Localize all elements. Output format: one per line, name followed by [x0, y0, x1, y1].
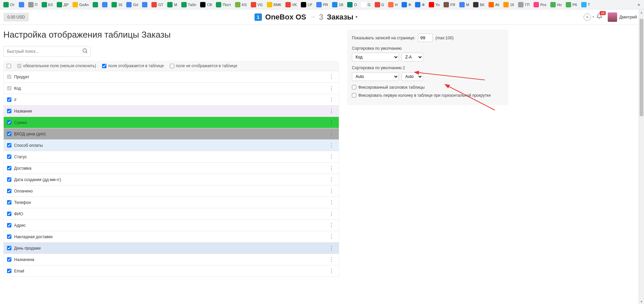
- bookmark-item[interactable]: БЗ: [40, 1, 54, 8]
- user-menu[interactable]: Дмитрий ▾: [608, 12, 641, 22]
- field-row[interactable]: ФИО⋮: [4, 208, 339, 220]
- bookmark-item[interactable]: БК: [472, 1, 486, 8]
- field-menu-button[interactable]: ⋮: [327, 108, 335, 114]
- scroll-up-icon[interactable]: ▴: [639, 9, 644, 15]
- bookmark-item[interactable]: ДР: [55, 1, 70, 8]
- field-visibility-checkbox[interactable]: [7, 200, 11, 205]
- bookmark-item[interactable]: М: [458, 1, 470, 8]
- field-row[interactable]: Адрес⋮: [4, 220, 339, 231]
- field-row[interactable]: Доставка⋮: [4, 163, 339, 174]
- field-visibility-checkbox[interactable]: [7, 166, 11, 170]
- fixed-first-col-checkbox[interactable]: [352, 93, 356, 97]
- field-menu-button[interactable]: ⋮: [327, 233, 335, 240]
- bookmark-item[interactable]: Yo: [427, 1, 441, 8]
- bookmark-item[interactable]: Ф: [400, 1, 412, 8]
- bookmark-item[interactable]: [141, 1, 149, 8]
- add-button[interactable]: ＋▾: [584, 13, 591, 21]
- bookmark-item[interactable]: О: [346, 1, 358, 8]
- bookmarks-overflow[interactable]: »: [636, 2, 642, 7]
- notifications-button[interactable]: 43: [596, 13, 602, 21]
- field-row[interactable]: Назначена⋮: [4, 254, 339, 265]
- field-menu-button[interactable]: ⋮: [327, 188, 335, 194]
- field-visibility-checkbox[interactable]: [7, 223, 11, 227]
- field-menu-button[interactable]: ⋮: [327, 142, 335, 148]
- sort2-direction-select[interactable]: Auto: [402, 72, 423, 81]
- field-visibility-checkbox[interactable]: [7, 246, 11, 250]
- field-visibility-checkbox[interactable]: [7, 269, 11, 273]
- sort1-direction-select[interactable]: Z-A: [402, 53, 423, 61]
- bookmark-item[interactable]: П: [27, 1, 39, 8]
- field-menu-button[interactable]: ⋮: [327, 131, 335, 137]
- field-visibility-checkbox[interactable]: [7, 155, 11, 159]
- field-row[interactable]: Код⋮: [4, 83, 339, 94]
- field-visibility-checkbox[interactable]: [7, 132, 11, 136]
- bookmark-item[interactable]: Роз: [532, 1, 548, 8]
- field-visibility-checkbox[interactable]: [7, 120, 11, 125]
- bookmark-item[interactable]: PR: [315, 1, 329, 8]
- bookmark-item[interactable]: 1В: [331, 1, 344, 8]
- bookmark-item[interactable]: [91, 1, 99, 8]
- bookmark-item[interactable]: Но: [549, 1, 563, 8]
- bookmark-item[interactable]: СВ: [199, 1, 213, 8]
- sort1-field-select[interactable]: Код: [352, 53, 399, 61]
- bookmark-item[interactable]: М: [166, 1, 178, 8]
- search-input[interactable]: [3, 46, 91, 57]
- bookmark-item[interactable]: Ali: [487, 1, 501, 8]
- bookmark-item[interactable]: Т: [580, 1, 592, 8]
- bookmark-item[interactable]: Gd: [125, 1, 139, 8]
- bookmark-item[interactable]: РК: [564, 1, 579, 8]
- bookmark-item[interactable]: G: [360, 1, 372, 8]
- field-row[interactable]: Накладная доставки⋮: [4, 231, 339, 243]
- bookmark-item[interactable]: G: [373, 1, 386, 8]
- section-dropdown[interactable]: Заказы ▼: [327, 13, 358, 21]
- scroll-thumb[interactable]: [640, 19, 643, 116]
- field-menu-button[interactable]: ⋮: [327, 154, 335, 160]
- bookmark-item[interactable]: Табл: [180, 1, 198, 8]
- onebox-logo-icon[interactable]: 1: [255, 13, 262, 21]
- bookmark-item[interactable]: GoAn: [71, 1, 90, 8]
- field-row[interactable]: Email⋮: [4, 265, 339, 276]
- field-menu-button[interactable]: ⋮: [327, 96, 335, 103]
- field-menu-button[interactable]: ⋮: [327, 119, 335, 126]
- field-row[interactable]: Продукт⋮: [4, 71, 339, 83]
- bookmark-item[interactable]: ГП: [517, 1, 531, 8]
- field-row[interactable]: ВХОД цена (дпп)⋮: [4, 128, 339, 140]
- select-all-checkbox[interactable]: [7, 64, 11, 68]
- field-menu-button[interactable]: ⋮: [327, 74, 335, 80]
- page-scrollbar[interactable]: ▴ ▾: [639, 9, 644, 280]
- bookmark-item[interactable]: KS: [234, 1, 248, 8]
- field-visibility-checkbox[interactable]: [7, 177, 11, 182]
- bookmark-item[interactable]: Н: [387, 1, 399, 8]
- bookmark-item[interactable]: VK: [284, 1, 298, 8]
- bookmark-item[interactable]: [17, 1, 26, 8]
- field-row[interactable]: Название⋮: [4, 105, 339, 117]
- bookmark-item[interactable]: VG: [249, 1, 264, 8]
- field-menu-button[interactable]: ⋮: [327, 222, 335, 228]
- bookmark-item[interactable]: 16: [110, 1, 124, 8]
- bookmark-item[interactable]: От: [2, 1, 16, 8]
- field-row[interactable]: Дата создания (дд-мм-гг)⋮: [4, 174, 339, 185]
- balance-pill[interactable]: 0.00 USD: [3, 13, 29, 21]
- field-row[interactable]: День продажи⋮: [4, 243, 339, 254]
- brand-title[interactable]: OneBox OS: [265, 13, 306, 21]
- field-row[interactable]: Сумма⋮: [4, 117, 339, 128]
- bookmark-item[interactable]: ВМК: [266, 1, 283, 8]
- field-row[interactable]: Способ оплаты⋮: [4, 140, 339, 151]
- bookmark-item[interactable]: Пост: [215, 1, 232, 8]
- search-icon[interactable]: [82, 48, 88, 55]
- field-visibility-checkbox[interactable]: [7, 234, 11, 239]
- field-menu-button[interactable]: ⋮: [327, 256, 335, 263]
- sort2-field-select[interactable]: Auto: [352, 72, 399, 81]
- field-row[interactable]: Телефон⋮: [4, 197, 339, 208]
- field-row[interactable]: Статус⋮: [4, 151, 339, 163]
- field-menu-button[interactable]: ⋮: [327, 268, 335, 274]
- bookmark-item[interactable]: LP: [300, 1, 313, 8]
- records-per-page-input[interactable]: [418, 34, 433, 42]
- field-visibility-checkbox[interactable]: [7, 143, 11, 147]
- bookmark-item[interactable]: GT: [150, 1, 165, 8]
- field-menu-button[interactable]: ⋮: [327, 211, 335, 217]
- field-menu-button[interactable]: ⋮: [327, 176, 335, 183]
- field-row[interactable]: Оплачено⋮: [4, 185, 339, 197]
- field-menu-button[interactable]: ⋮: [327, 85, 335, 91]
- bookmark-item[interactable]: Ф: [414, 1, 426, 8]
